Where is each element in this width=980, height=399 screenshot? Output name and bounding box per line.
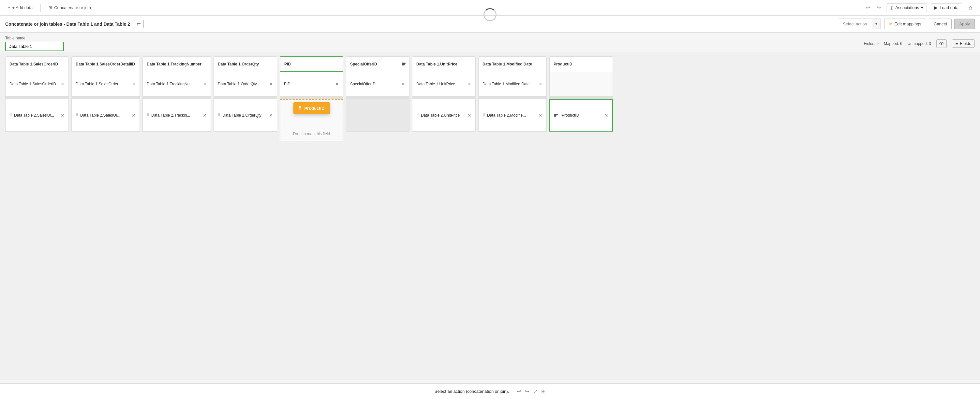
add-data-button[interactable]: + + Add data [5,4,35,11]
unmapped-count: Unmapped: 3 [908,41,931,46]
col-header-label-8: Data Table 1.Modified Date [482,62,542,66]
load-icon: ▶ [934,5,938,10]
remove-row1-3[interactable]: ✕ [203,82,207,86]
remove-row2-1[interactable]: ✕ [60,113,65,117]
apply-button[interactable]: Apply [954,19,975,29]
fields-count: Fields: 9 [864,41,878,46]
col-row2-9: ☛ ProductID ✕ [549,99,613,131]
eye-button[interactable]: 👁 [936,40,947,48]
undo-button[interactable]: ↩ [865,3,872,12]
remove-row1-8[interactable]: ✕ [539,82,542,86]
col-header-7: Data Table 1.UnitPrice [412,56,476,72]
row-sep-2 [72,97,140,99]
edit-mappings-button[interactable]: ✏ Edit mappings [884,19,926,29]
fields-button[interactable]: ≡ Fields [952,40,975,48]
spinner-area [480,10,500,19]
drag-card: ⠿ ProductID [293,102,329,114]
row2-label-8: Data Table 2.Modifie... [487,113,539,117]
row1-label-3: Data Table 1.TrackingNu... [147,82,203,86]
col-header-5: PID [280,56,343,72]
column-pid: PID PID ✕ ⠿ ProductID Drop to map this f… [280,56,343,141]
mapping-area: Data Table 1.SalesOrderID Data Table 1.S… [0,52,980,380]
select-action-text: Select action [838,19,872,29]
list-icon: ≡ [956,41,958,46]
col-row2-4: ⠿ Data Table 2.OrderQty ✕ [213,99,277,131]
fields-info-bar: Fields: 9 Mapped: 6 Unmapped: 3 👁 ≡ Fiel… [864,40,975,48]
status-icon-1[interactable]: ↩ [517,388,521,394]
status-icons: ↩ ↪ ⤢ ⊞ [517,388,546,394]
column-orderqty: Data Table 1.OrderQty Data Table 1.Order… [213,56,277,141]
col-row2-8: ⠿ Data Table 2.Modifie... ✕ [478,99,547,131]
row2-label-1: Data Table 2.SalesOr... [14,113,60,117]
col-header-label-5: PID [284,62,339,66]
remove-row1-4[interactable]: ✕ [269,82,273,86]
remove-row1-5[interactable]: ✕ [335,82,339,86]
toolbar-divider-1 [40,4,41,12]
remove-row2-8[interactable]: ✕ [539,113,542,117]
table-name-input[interactable] [5,42,64,51]
remove-row2-4[interactable]: ✕ [269,113,273,117]
row1-label-8: Data Table 1.Modified Date [482,82,539,86]
col-header-label-1: Data Table 1.SalesOrderID [10,62,65,66]
remove-row2-7[interactable]: ✕ [468,113,471,117]
row-sep-7 [412,97,476,99]
row2-label-9: ProductID [554,113,605,117]
associations-arrow: ▾ [921,5,923,10]
col-row1-5: PID ✕ [280,72,343,97]
remove-row1-2[interactable]: ✕ [132,82,135,86]
drag-handle-4: ⠿ [218,113,220,117]
drag-handle-2: ⠿ [76,113,78,117]
remove-row2-2[interactable]: ✕ [132,113,135,117]
col-header-label-7: Data Table 1.UnitPrice [416,62,471,66]
col-header-label-6: SpecialOfferID [350,62,405,66]
col-header-label-4: Data Table 1.OrderQty [218,62,273,66]
status-icon-4[interactable]: ⊞ [541,388,546,394]
status-icon-3[interactable]: ⤢ [533,388,537,394]
col-row1-3: Data Table 1.TrackingNu... ✕ [142,72,211,97]
row-sep-9 [549,97,613,99]
row2-label-2: Data Table 2.SalesOr... [80,113,132,117]
associations-button[interactable]: ◎ Associations ▾ [886,3,927,12]
row1-label-2: Data Table 1.SalesOrder... [76,82,132,86]
status-icon-2[interactable]: ↪ [525,388,529,394]
col-row1-6: SpecialOfferID ✕ [346,72,409,97]
col-header-1: Data Table 1.SalesOrderID [5,56,69,72]
remove-row2-3[interactable]: ✕ [203,113,207,117]
row2-label-7: Data Table 2.UnitPrice [421,113,468,117]
cursor-icon-6: ☛ [401,60,407,68]
row1-label-1: Data Table 1.SalesOrderID [10,82,60,86]
cursor-icon-9: ☛ [553,112,558,119]
col-row2-7: ⠿ Data Table 2.UnitPrice ✕ [412,99,476,131]
concatenate-button[interactable]: ⊞ Concatenate or join [46,4,94,11]
column-unitprice: Data Table 1.UnitPrice Data Table 1.Unit… [412,56,476,141]
col-header-6: SpecialOfferID ☛ [346,56,409,72]
drop-hint-text: Drop to map this field [280,131,343,136]
col-row1-8: Data Table 1.Modified Date ✕ [478,72,547,97]
row-sep-5 [280,97,343,99]
col-header-label-3: Data Table 1.TrackingNumber [147,62,207,66]
col-header-8: Data Table 1.Modified Date [478,56,547,72]
row-sep-8 [478,97,547,99]
load-data-button[interactable]: ▶ Load data [931,3,962,12]
row-sep-1 [5,97,69,99]
drag-handle-1: ⠿ [10,113,12,117]
drag-handle-8: ⠿ [482,113,485,117]
redo-button[interactable]: ↪ [875,3,882,12]
cancel-button[interactable]: Cancel [929,19,951,29]
home-button[interactable]: ⌂ [966,3,975,13]
remove-row1-7[interactable]: ✕ [468,82,471,86]
remove-row1-1[interactable]: ✕ [60,82,65,86]
remove-row1-6[interactable]: ✕ [401,82,405,86]
col-row2-1: ⠿ Data Table 2.SalesOr... ✕ [5,99,69,131]
column-salesorderid: Data Table 1.SalesOrderID Data Table 1.S… [5,56,69,141]
select-action-dropdown[interactable]: ▾ [872,19,881,28]
col-row1-1: Data Table 1.SalesOrderID ✕ [5,72,69,97]
swap-button[interactable]: ⇄ [134,20,144,28]
col-row1-7: Data Table 1.UnitPrice ✕ [412,72,476,97]
remove-row2-9[interactable]: ✕ [605,113,608,117]
add-icon: + [8,5,10,10]
status-bar: Select an action (concatenation or join)… [0,383,980,399]
col-row2-5-drop[interactable]: ⠿ ProductID Drop to map this field [280,99,343,141]
mapped-count: Mapped: 6 [884,41,902,46]
concatenate-icon: ⊞ [49,5,52,10]
